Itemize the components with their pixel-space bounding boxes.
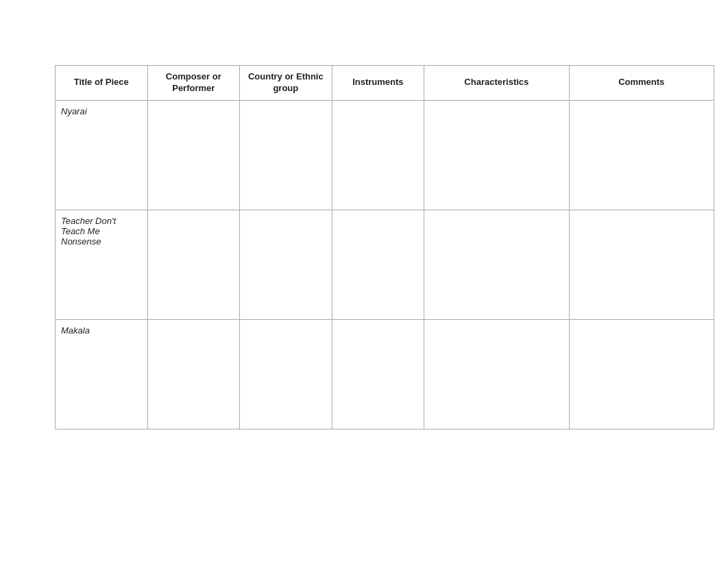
- header-title: Title of Piece: [56, 66, 148, 101]
- row2-instruments: [332, 210, 424, 319]
- row3-title: Makala: [56, 319, 148, 429]
- row3-instruments: [332, 319, 424, 429]
- row1-instruments: [332, 100, 424, 210]
- row1-comments: [569, 100, 714, 210]
- table-row: Nyarai: [56, 100, 714, 210]
- header-instruments: Instruments: [332, 66, 424, 101]
- row3-composer: [147, 319, 240, 429]
- page-container: Title of Piece Composer or Performer Cou…: [0, 0, 728, 563]
- table-row: Makala: [56, 319, 714, 429]
- row3-country: [240, 319, 332, 429]
- row2-title: Teacher Don't Teach Me Nonsense: [56, 210, 148, 319]
- row3-characteristics: [424, 319, 569, 429]
- header-country: Country or Ethnic group: [240, 66, 332, 101]
- row1-country: [240, 100, 332, 210]
- row1-composer: [147, 100, 240, 210]
- row2-composer: [147, 210, 240, 319]
- row2-characteristics: [424, 210, 569, 319]
- header-composer: Composer or Performer: [147, 66, 240, 101]
- table-wrapper: Title of Piece Composer or Performer Cou…: [55, 65, 714, 495]
- row2-comments: [569, 210, 714, 319]
- row1-title: Nyarai: [56, 100, 148, 210]
- row2-country: [240, 210, 332, 319]
- row3-comments: [569, 319, 714, 429]
- header-row: Title of Piece Composer or Performer Cou…: [56, 66, 714, 101]
- header-characteristics: Characteristics: [424, 66, 569, 101]
- row1-characteristics: [424, 100, 569, 210]
- music-table: Title of Piece Composer or Performer Cou…: [55, 65, 714, 429]
- table-row: Teacher Don't Teach Me Nonsense: [56, 210, 714, 319]
- header-comments: Comments: [569, 66, 714, 101]
